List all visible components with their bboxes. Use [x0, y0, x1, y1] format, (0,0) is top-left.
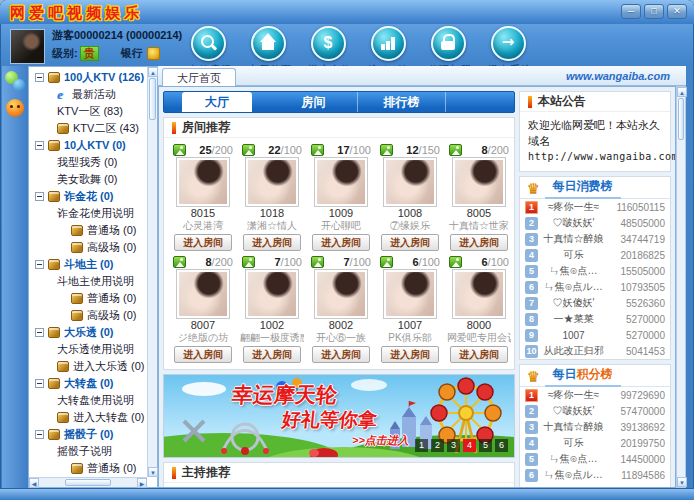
tree-expander[interactable]	[35, 430, 44, 439]
enter-room-button[interactable]: 进入房间	[174, 234, 232, 251]
scroll-down-icon[interactable]: ▼	[148, 467, 158, 477]
tab-ranking[interactable]: 排行榜	[358, 92, 446, 112]
tree-item[interactable]: 摇骰子 (0)	[29, 426, 147, 443]
scroll-up-icon[interactable]: ▲	[677, 87, 687, 97]
room-thumbnail[interactable]	[176, 269, 230, 319]
room-id: 1007	[378, 319, 442, 332]
tree-item[interactable]: 诈金花 (0)	[29, 188, 147, 205]
enter-room-button[interactable]: 进入房间	[243, 346, 301, 363]
maximize-button[interactable]: □	[644, 4, 664, 19]
rank-user[interactable]: ♡啵妖妖′	[538, 216, 609, 230]
rank-user[interactable]: 可乐	[538, 248, 609, 262]
banner-page-dot[interactable]: 6	[495, 439, 508, 452]
room-thumbnail[interactable]	[383, 157, 437, 207]
tree-vertical-scrollbar[interactable]: ▲ ▼	[147, 67, 157, 477]
promo-banner[interactable]: 幸运摩天轮 好礼等你拿 >>点击进入 1 2 3 4 5	[163, 374, 515, 458]
banner-cta[interactable]: >>点击进入	[352, 433, 409, 448]
tree-item[interactable]: 高级场 (0)	[29, 307, 147, 324]
tree-item[interactable]: 美女歌舞 (0)	[29, 171, 147, 188]
tree-item[interactable]: 诈金花使用说明	[29, 205, 147, 222]
rank-user[interactable]: 十真情☆醉娘	[538, 420, 609, 434]
tree-item[interactable]: 斗地主使用说明	[29, 273, 147, 290]
buddy-icon[interactable]	[5, 71, 25, 91]
announcement-url[interactable]: http://www.wangaiba.com/	[528, 149, 662, 165]
enter-room-button[interactable]: 进入房间	[243, 234, 301, 251]
room-thumbnail[interactable]	[314, 157, 368, 207]
enter-room-button[interactable]: 进入房间	[450, 346, 508, 363]
room-thumbnail[interactable]	[176, 157, 230, 207]
room-thumbnail[interactable]	[245, 269, 299, 319]
tree-expander[interactable]	[35, 141, 44, 150]
close-button[interactable]: ✕	[667, 4, 687, 19]
tree-item[interactable]: 10人KTV (0)	[29, 137, 147, 154]
tree-item[interactable]: 普通场 (0)	[29, 460, 147, 477]
room-thumbnail[interactable]	[245, 157, 299, 207]
scroll-up-icon[interactable]: ▲	[148, 67, 158, 77]
room-thumbnail[interactable]	[314, 269, 368, 319]
banner-page-dot[interactable]: 5	[479, 439, 492, 452]
rank-user[interactable]: ♡妖傻妖′	[538, 296, 609, 310]
bank-link[interactable]: 银行	[121, 46, 143, 61]
banner-page-dot[interactable]: 3	[447, 439, 460, 452]
tree-expander[interactable]	[35, 379, 44, 388]
tree-item[interactable]: 进入大转盘 (0)	[29, 409, 147, 426]
tree-item[interactable]: 进入大乐透 (0)	[29, 358, 147, 375]
tab-rooms[interactable]: 房间	[270, 92, 358, 112]
tree-item[interactable]: 大转盘使用说明	[29, 392, 147, 409]
enter-room-button[interactable]: 进入房间	[381, 346, 439, 363]
tree-item[interactable]: 普通场 (0)	[29, 222, 147, 239]
tree-item[interactable]: 摇骰子说明	[29, 443, 147, 460]
enter-room-button[interactable]: 进入房间	[312, 234, 370, 251]
rank-user[interactable]: 十真情☆醉娘	[538, 232, 609, 246]
banner-page-dot[interactable]: 2	[431, 439, 444, 452]
tree-expander[interactable]	[35, 260, 44, 269]
rank-user[interactable]: 1007	[538, 330, 609, 341]
tree-horizontal-scrollbar[interactable]: ◀ ▶	[29, 477, 147, 487]
tree-item[interactable]: 大转盘 (0)	[29, 375, 147, 392]
enter-room-button[interactable]: 进入房间	[381, 234, 439, 251]
daily-points-title[interactable]: 每日积分榜	[545, 365, 621, 387]
rank-user[interactable]: 从此改正归邪	[538, 344, 609, 358]
tree-item[interactable]: 高级场 (0)	[29, 239, 147, 256]
daily-consume-title[interactable]: 每日消费榜	[545, 177, 621, 199]
tree-expander[interactable]	[35, 192, 44, 201]
enter-room-button[interactable]: 进入房间	[450, 234, 508, 251]
room-thumbnail[interactable]	[383, 269, 437, 319]
room-thumbnail[interactable]	[452, 157, 506, 207]
tree-item[interactable]: 大乐透 (0)	[29, 324, 147, 341]
enter-room-button[interactable]: 进入房间	[312, 346, 370, 363]
rank-user[interactable]: 一★菜菜	[538, 312, 609, 326]
tree-item[interactable]: 普通场 (0)	[29, 290, 147, 307]
rank-user[interactable]: ≈疼你一生≈	[538, 388, 609, 402]
tree-item[interactable]: KTV二区 (43)	[29, 120, 147, 137]
rank-user[interactable]: 可乐	[538, 436, 609, 450]
tree-expander[interactable]	[35, 328, 44, 337]
main-vertical-scrollbar[interactable]: ▲ ▼	[676, 86, 686, 488]
enter-room-button[interactable]: 进入房间	[174, 346, 232, 363]
rank-user[interactable]: ♡啵妖妖′	[538, 404, 609, 418]
tree-item[interactable]: 最新活动	[29, 86, 147, 103]
tree-item[interactable]: 100人KTV (126)	[29, 69, 147, 86]
scroll-left-icon[interactable]: ◀	[29, 478, 39, 488]
rank-user[interactable]: ㄣ焦⊙点ル…	[538, 280, 609, 294]
scroll-down-icon[interactable]: ▼	[677, 477, 687, 487]
scroll-right-icon[interactable]: ▶	[137, 478, 147, 488]
banner-page-dot[interactable]: 1	[415, 439, 428, 452]
tree-expander[interactable]	[35, 73, 44, 82]
tab-hall[interactable]: 大厅	[182, 92, 252, 112]
tree-item[interactable]: KTV一区 (83)	[29, 103, 147, 120]
tree-item[interactable]: 大乐透使用说明	[29, 341, 147, 358]
minimize-button[interactable]: ─	[621, 4, 641, 19]
gold-icon[interactable]	[147, 47, 160, 60]
rank-user[interactable]: ㄣ焦⊙点…	[538, 264, 609, 278]
smiley-icon[interactable]	[6, 99, 24, 117]
tree-item[interactable]: 我型我秀 (0)	[29, 154, 147, 171]
avatar[interactable]	[10, 29, 45, 64]
tree-item[interactable]: 斗地主 (0)	[29, 256, 147, 273]
rank-user[interactable]: ≈疼你一生≈	[538, 200, 609, 214]
room-thumbnail[interactable]	[452, 269, 506, 319]
rank-user[interactable]: ㄣ焦⊙点ル…	[538, 468, 609, 482]
rank-value: 48505000	[609, 218, 665, 229]
rank-user[interactable]: ㄣ焦⊙点…	[538, 452, 609, 466]
banner-page-dot[interactable]: 4	[463, 439, 476, 452]
